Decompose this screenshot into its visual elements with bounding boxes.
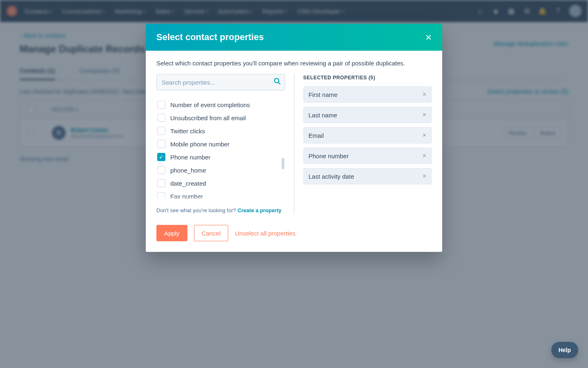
- property-option[interactable]: Unsubscribed from all email: [156, 111, 285, 124]
- selected-property-chip: Phone number×: [303, 148, 432, 164]
- property-option[interactable]: Mobile phone number: [156, 137, 285, 150]
- property-option[interactable]: phone_home: [156, 164, 285, 177]
- property-label: Phone number: [170, 154, 210, 161]
- selected-property-chip: Last activity date×: [303, 168, 432, 184]
- help-widget[interactable]: Help: [551, 342, 578, 358]
- property-label: phone_home: [170, 167, 206, 174]
- create-property-hint: Don't see what you're looking for? Creat…: [156, 207, 285, 213]
- checkbox[interactable]: [157, 166, 165, 174]
- selected-properties-heading: SELECTED PROPERTIES (5): [303, 75, 432, 81]
- property-option[interactable]: Twitter clicks: [156, 124, 285, 137]
- checkbox[interactable]: [157, 153, 165, 161]
- search-icon[interactable]: [274, 78, 281, 87]
- selected-property-chip: Last name×: [303, 107, 432, 123]
- checkbox[interactable]: [157, 140, 165, 148]
- property-label: Fax number: [170, 193, 203, 200]
- close-icon[interactable]: ×: [425, 32, 432, 43]
- checkbox[interactable]: [157, 127, 165, 135]
- property-search: [156, 74, 285, 90]
- remove-icon[interactable]: ×: [423, 91, 426, 98]
- selected-property-chip: Email×: [303, 127, 432, 144]
- property-option[interactable]: Phone number: [156, 150, 285, 164]
- property-label: Mobile phone number: [170, 141, 229, 148]
- remove-icon[interactable]: ×: [423, 111, 426, 119]
- cancel-button[interactable]: Cancel: [194, 225, 229, 241]
- chip-label: Last name: [309, 112, 337, 119]
- select-properties-modal: Select contact properties × Select which…: [146, 24, 442, 252]
- svg-line-1: [278, 82, 280, 84]
- property-list[interactable]: Number of event completionsUnsubscribed …: [156, 96, 285, 202]
- remove-icon[interactable]: ×: [423, 132, 426, 139]
- property-option[interactable]: Number of event completions: [156, 98, 285, 111]
- property-option[interactable]: Fax number: [156, 190, 285, 202]
- selected-property-chip: First name×: [303, 86, 432, 103]
- property-option[interactable]: date_created: [156, 177, 285, 190]
- create-property-link[interactable]: Create a property: [238, 207, 282, 213]
- remove-icon[interactable]: ×: [423, 173, 426, 180]
- chip-label: Last activity date: [309, 173, 354, 180]
- chip-label: Email: [309, 132, 324, 139]
- checkbox[interactable]: [157, 114, 165, 122]
- unselect-all-link[interactable]: Unselect all properties: [235, 225, 295, 241]
- checkbox[interactable]: [157, 192, 165, 200]
- modal-title: Select contact properties: [156, 32, 264, 43]
- property-label: date_created: [170, 180, 206, 187]
- property-label: Number of event completions: [170, 101, 250, 108]
- chip-label: First name: [309, 91, 338, 98]
- remove-icon[interactable]: ×: [423, 152, 426, 159]
- modal-description: Select which contact properties you'll c…: [156, 60, 432, 67]
- property-label: Twitter clicks: [170, 128, 205, 135]
- checkbox[interactable]: [157, 101, 165, 109]
- checkbox[interactable]: [157, 179, 165, 187]
- scrollbar-thumb[interactable]: [282, 158, 284, 169]
- property-label: Unsubscribed from all email: [170, 114, 246, 121]
- apply-button[interactable]: Apply: [156, 225, 187, 241]
- chip-label: Phone number: [309, 153, 349, 159]
- search-input[interactable]: [156, 74, 285, 90]
